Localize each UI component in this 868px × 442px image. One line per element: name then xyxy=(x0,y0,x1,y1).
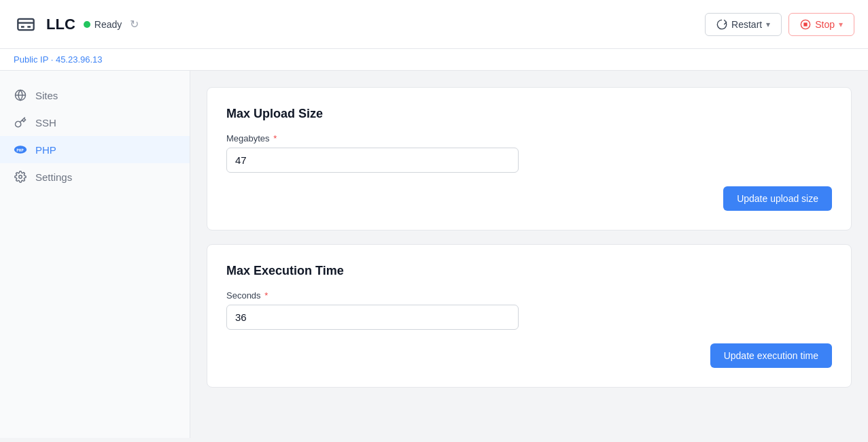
svg-point-7 xyxy=(19,175,22,179)
restart-chevron-icon: ▾ xyxy=(766,20,770,29)
layout: Sites SSH PHP PHP xyxy=(0,71,868,438)
execution-time-card: Max Execution Time Seconds * Update exec… xyxy=(207,244,852,388)
main-content: Max Upload Size Megabytes * Update uploa… xyxy=(190,71,868,438)
header-actions: Restart ▾ Stop ▾ xyxy=(705,13,854,36)
seconds-input[interactable] xyxy=(226,305,519,330)
megabytes-required: * xyxy=(271,133,277,143)
sidebar-item-php[interactable]: PHP PHP xyxy=(0,136,190,163)
sidebar-item-sites[interactable]: Sites xyxy=(0,82,190,109)
public-ip-value: 45.23.96.13 xyxy=(56,54,103,65)
upload-card-title: Max Upload Size xyxy=(226,107,832,121)
stop-button[interactable]: Stop ▾ xyxy=(788,13,854,36)
stop-icon xyxy=(800,19,811,30)
sidebar-item-ssh[interactable]: SSH xyxy=(0,109,190,136)
update-execution-time-button[interactable]: Update execution time xyxy=(710,343,832,368)
status-badge: Ready xyxy=(84,19,122,30)
php-icon: PHP xyxy=(14,143,27,156)
sub-header: Public IP · 45.23.96.13 xyxy=(0,49,868,71)
restart-icon xyxy=(716,19,727,30)
svg-rect-0 xyxy=(18,18,33,29)
upload-size-card: Max Upload Size Megabytes * Update uploa… xyxy=(207,87,852,231)
stop-chevron-icon: ▾ xyxy=(839,20,843,29)
sidebar-label-sites: Sites xyxy=(35,90,58,101)
update-upload-size-button[interactable]: Update upload size xyxy=(723,186,832,211)
sidebar: Sites SSH PHP PHP xyxy=(0,71,190,438)
seconds-required: * xyxy=(262,290,268,301)
execution-card-title: Max Execution Time xyxy=(226,264,832,278)
stop-label: Stop xyxy=(815,19,835,30)
gear-icon xyxy=(14,170,27,184)
restart-label: Restart xyxy=(731,19,762,30)
globe-icon xyxy=(14,88,27,102)
status-label: Ready xyxy=(94,19,122,30)
svg-rect-2 xyxy=(804,23,807,26)
header-left: LLC Ready ↻ xyxy=(14,12,139,37)
key-icon xyxy=(14,116,27,129)
restart-button[interactable]: Restart ▾ xyxy=(705,13,782,36)
public-ip-prefix: Public IP · xyxy=(14,54,56,65)
upload-card-actions: Update upload size xyxy=(226,186,832,211)
status-dot xyxy=(84,21,90,28)
seconds-label: Seconds * xyxy=(226,290,832,301)
refresh-icon[interactable]: ↻ xyxy=(130,18,139,31)
svg-text:PHP: PHP xyxy=(16,148,24,152)
sidebar-item-settings[interactable]: Settings xyxy=(0,163,190,190)
header: LLC Ready ↻ Restart ▾ Stop ▾ xyxy=(0,0,868,49)
megabytes-label: Megabytes * xyxy=(226,133,832,143)
sidebar-label-ssh: SSH xyxy=(35,117,56,129)
megabytes-input[interactable] xyxy=(226,148,519,173)
logo-icon xyxy=(14,12,38,37)
execution-card-actions: Update execution time xyxy=(226,343,832,368)
app-title: LLC xyxy=(46,16,75,33)
sidebar-label-settings: Settings xyxy=(35,171,72,183)
sidebar-label-php: PHP xyxy=(35,144,56,156)
